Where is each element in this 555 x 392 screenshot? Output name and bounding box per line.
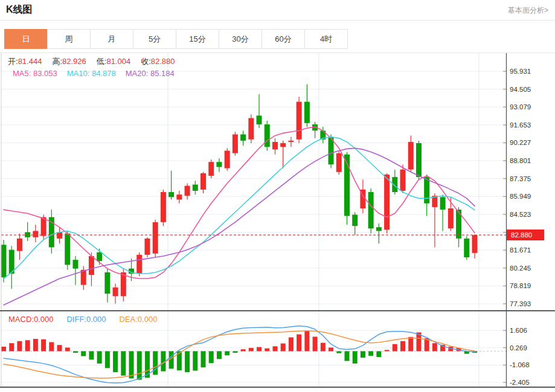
svg-text:1.606: 1.606 (510, 327, 527, 334)
svg-text:78.819: 78.819 (510, 282, 531, 289)
tab-15分[interactable]: 15分 (176, 29, 219, 49)
macd-readout: MACD:0.000 DIFF:0.000 DEA:0.000 (8, 315, 157, 324)
svg-text:87.375: 87.375 (510, 175, 531, 182)
tab-周[interactable]: 周 (47, 29, 91, 49)
svg-text:95.931: 95.931 (510, 68, 531, 75)
ma5-readout: MA5: 83.053 (13, 69, 57, 78)
ohlc-readout: 开:81.444 高:82.926 低:81.004 收:82.880 (8, 56, 175, 67)
low-readout: 低:81.004 (97, 56, 130, 67)
close-readout: 收:82.880 (141, 56, 175, 67)
dea-value-readout: DEA:0.000 (119, 315, 157, 324)
tab-日[interactable]: 日 (4, 29, 48, 49)
open-readout: 开:81.444 (8, 56, 42, 67)
macd-value-readout: MACD:0.000 (8, 315, 53, 324)
svg-text:85.949: 85.949 (510, 193, 531, 200)
svg-text:0.269: 0.269 (510, 344, 527, 352)
fundamental-analysis-link[interactable]: 基本面分析> (508, 5, 548, 16)
title-divider (0, 20, 555, 21)
svg-text:94.505: 94.505 (510, 86, 531, 93)
svg-text:84.523: 84.523 (510, 211, 531, 218)
svg-text:90.227: 90.227 (510, 139, 531, 146)
tab-5分[interactable]: 5分 (133, 29, 176, 49)
diff-value-readout: DIFF:0.000 (66, 315, 106, 324)
svg-text:88.801: 88.801 (510, 157, 531, 164)
svg-text:81.671: 81.671 (510, 246, 531, 254)
page-title: K线图 (6, 4, 33, 16)
ma10-readout: MA10: 84.878 (67, 69, 116, 78)
svg-text:-1.068: -1.068 (510, 361, 530, 368)
svg-text:77.393: 77.393 (510, 300, 531, 307)
high-readout: 高:82.926 (52, 56, 86, 67)
period-tab-bar: 日周月5分15分30分60分4时 (5, 29, 348, 49)
svg-text:-2.405: -2.405 (510, 379, 530, 386)
svg-text:93.079: 93.079 (510, 103, 531, 111)
svg-text:80.245: 80.245 (510, 265, 531, 272)
ma20-readout: MA20: 85.184 (126, 69, 175, 78)
ma-readout: MA5: 83.053 MA10: 84.878 MA20: 85.184 (13, 69, 175, 78)
tab-30分[interactable]: 30分 (219, 29, 262, 49)
current-price-badge: 82.880 (507, 230, 544, 240)
tab-60分[interactable]: 60分 (261, 29, 305, 49)
tab-4时[interactable]: 4时 (304, 29, 348, 49)
tab-月[interactable]: 月 (90, 29, 133, 49)
svg-text:91.653: 91.653 (510, 121, 531, 129)
